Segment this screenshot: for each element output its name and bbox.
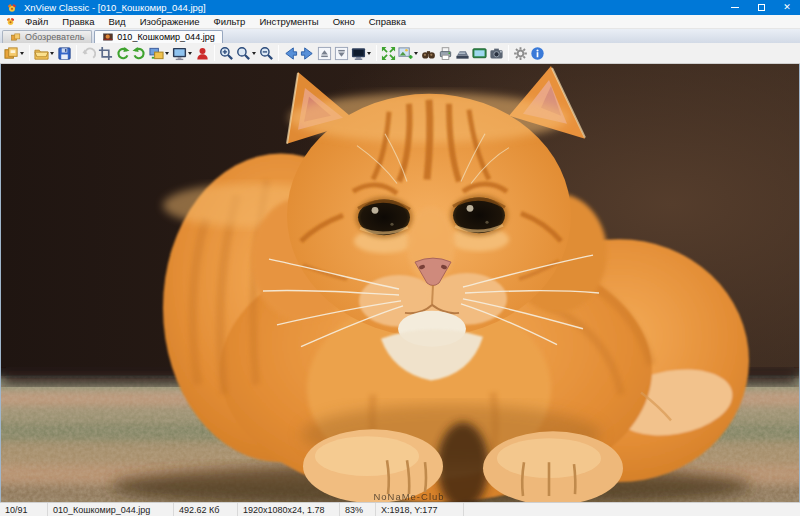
slideshow-button[interactable]: [171, 44, 194, 63]
dropdown-arrow-icon[interactable]: [20, 52, 24, 55]
dropdown-arrow-icon[interactable]: [414, 52, 418, 55]
menu-items: ФайлПравкаВидИзображениеФильтрИнструмент…: [18, 16, 413, 27]
titlebar[interactable]: XnView Classic - [010_Кошкомир_044.jpg] …: [0, 0, 800, 15]
fit-window-button[interactable]: [380, 44, 397, 63]
close-button[interactable]: ✕: [774, 0, 800, 15]
menu-item-8[interactable]: Справка: [362, 16, 413, 27]
window-controls: ✕: [722, 0, 800, 15]
toolbar-separator: [76, 45, 77, 61]
app-icon: [6, 2, 18, 14]
save-icon: [57, 46, 72, 61]
menubar: ФайлПравкаВидИзображениеФильтрИнструмент…: [0, 15, 800, 29]
red-eye-icon: [195, 46, 210, 61]
menu-item-6[interactable]: Инструменты: [252, 16, 325, 27]
camera-icon: [489, 46, 504, 61]
dropdown-arrow-icon[interactable]: [165, 52, 169, 55]
status-zoom-level: 83%: [340, 503, 376, 516]
toolbar-separator: [376, 45, 377, 61]
print-icon: [438, 46, 453, 61]
rotate-right-button[interactable]: [131, 44, 148, 63]
find-button[interactable]: [420, 44, 437, 63]
tab-active-2[interactable]: 010_Кошкомир_044.jpg: [94, 30, 222, 43]
cat-photo: NoNaMe-Club: [1, 64, 799, 502]
crop-icon: [98, 46, 113, 61]
menu-item-5[interactable]: Фильтр: [206, 16, 252, 27]
maximize-button[interactable]: [748, 0, 774, 15]
convert-button[interactable]: [148, 44, 171, 63]
menu-item-4[interactable]: Изображение: [133, 16, 207, 27]
prev-image-button[interactable]: [282, 44, 299, 63]
fullscreen-button[interactable]: [350, 44, 373, 63]
page-down-button[interactable]: [333, 44, 350, 63]
toolbar-separator: [214, 45, 215, 61]
next-image-icon: [300, 46, 315, 61]
page-up-icon: [317, 46, 332, 61]
browse-button[interactable]: [3, 44, 26, 63]
image-edit-button[interactable]: [397, 44, 420, 63]
tab-label: Обозреватель: [25, 32, 84, 42]
rotate-right-icon: [132, 46, 147, 61]
zoom-in-icon: [219, 46, 234, 61]
dropdown-arrow-icon[interactable]: [188, 52, 192, 55]
menu-item-3[interactable]: Вид: [101, 16, 132, 27]
zoom-button[interactable]: [235, 44, 258, 63]
scan-button[interactable]: [454, 44, 471, 63]
menu-item-1[interactable]: Файл: [18, 16, 55, 27]
page-up-button[interactable]: [316, 44, 333, 63]
tab-label: 010_Кошкомир_044.jpg: [117, 32, 214, 42]
toolbar-separator: [508, 45, 509, 61]
open-folder-button[interactable]: [33, 44, 56, 63]
menu-item-2[interactable]: Правка: [55, 16, 101, 27]
slideshow-icon: [172, 46, 187, 61]
page-down-icon: [334, 46, 349, 61]
rotate-left-button[interactable]: [114, 44, 131, 63]
minimize-button[interactable]: [722, 0, 748, 15]
close-icon: ✕: [783, 3, 791, 12]
image-tab-icon: [102, 32, 114, 42]
app-menu-icon[interactable]: [5, 16, 16, 27]
next-image-button[interactable]: [299, 44, 316, 63]
dropdown-arrow-icon[interactable]: [367, 52, 371, 55]
toolbar-separator: [29, 45, 30, 61]
watermark: NoNaMe-Club: [373, 491, 444, 502]
tab-inactive-1[interactable]: Обозреватель: [2, 30, 92, 43]
browser-tab-icon: [10, 32, 22, 42]
settings-button[interactable]: [512, 44, 529, 63]
status-filler: [464, 503, 800, 516]
rotate-left-icon: [115, 46, 130, 61]
image-edit-icon: [398, 46, 413, 61]
window-title: XnView Classic - [010_Кошкомир_044.jpg]: [24, 2, 718, 13]
save-button[interactable]: [56, 44, 73, 63]
dropdown-arrow-icon[interactable]: [50, 52, 54, 55]
scan-icon: [455, 46, 470, 61]
info-icon: [530, 46, 545, 61]
red-eye-button[interactable]: [194, 44, 211, 63]
tabbar: Обозреватель010_Кошкомир_044.jpg: [0, 29, 800, 43]
status-filesize: 492.62 Кб: [174, 503, 238, 516]
status-index: 10/91: [0, 503, 48, 516]
zoom-out-button[interactable]: [258, 44, 275, 63]
status-cursor-position: X:1918, Y:177: [376, 503, 464, 516]
status-filename: 010_Кошкомир_044.jpg: [48, 503, 174, 516]
crop-button[interactable]: [97, 44, 114, 63]
capture-button[interactable]: [471, 44, 488, 63]
info-button[interactable]: [529, 44, 546, 63]
menu-item-7[interactable]: Окно: [326, 16, 362, 27]
print-button[interactable]: [437, 44, 454, 63]
zoom-icon: [236, 46, 251, 61]
zoom-in-button[interactable]: [218, 44, 235, 63]
camera-button[interactable]: [488, 44, 505, 63]
fit-window-icon: [381, 46, 396, 61]
minimize-icon: [731, 7, 739, 8]
browse-icon: [4, 46, 19, 61]
convert-icon: [149, 46, 164, 61]
toolbar: [0, 43, 800, 64]
image-viewer[interactable]: NoNaMe-Club: [0, 64, 800, 502]
undo-icon: [81, 46, 96, 61]
dropdown-arrow-icon[interactable]: [252, 52, 256, 55]
toolbar-separator: [278, 45, 279, 61]
capture-icon: [472, 46, 487, 61]
prev-image-icon: [283, 46, 298, 61]
statusbar: 10/91010_Кошкомир_044.jpg492.62 Кб1920x1…: [0, 502, 800, 516]
undo-button[interactable]: [80, 44, 97, 63]
